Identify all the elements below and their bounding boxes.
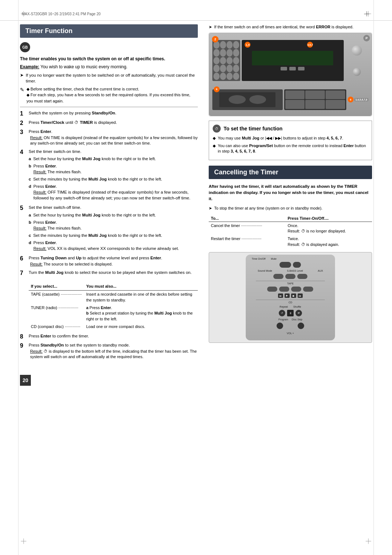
bottom-badges: 6 3,4,5,6,7,8 <box>348 97 368 102</box>
control-buttons <box>281 67 305 70</box>
remote-prog-row <box>277 323 304 329</box>
remote-btn-t4 <box>303 287 313 292</box>
main-content: Timer Function GB The timer enables you … <box>0 24 392 362</box>
step-2-num: 2 <box>20 119 26 126</box>
step-4: 4 Set the timer switch-on time. a Set th… <box>20 149 198 203</box>
remote-row-2 <box>273 274 307 279</box>
corner-mark-tl <box>20 10 27 17</box>
display-screen <box>252 51 333 65</box>
tape-source: TAPE (cassette) ··················· <box>29 291 84 304</box>
table-row-tuner: TUNER (radio) ·················· a Press… <box>29 304 198 323</box>
badge-2: 2 <box>212 36 219 42</box>
remote-stop: ⏹ <box>291 293 296 298</box>
right-knobs <box>345 40 369 81</box>
cancel-col1-header: To... <box>209 215 285 222</box>
diamond-icon-2: ◆ <box>213 143 216 154</box>
arrow-icon-error: ➤ <box>209 24 212 30</box>
remote-btn-disc <box>298 323 304 329</box>
diamond-icon-1: ◆ <box>213 135 216 141</box>
tuner-source: TUNER (radio) ·················· <box>29 304 84 323</box>
remote-row-1 <box>279 262 301 268</box>
step-4-num: 4 <box>20 149 26 203</box>
page-number: 20 <box>23 377 28 383</box>
bottom-section: 6 6 <box>211 86 370 114</box>
cancel-arrow-note: ➤ To stop the timer at any time (system … <box>209 206 372 211</box>
cancelling-header: Cancelling the Timer <box>209 166 372 179</box>
remote-prev: ⏮ <box>278 293 283 298</box>
timer-func-section: ⏱ To set the timer function ◆ You may us… <box>209 121 372 160</box>
margin-line-left <box>18 0 19 555</box>
col2-header: You must also... <box>84 283 198 291</box>
remote-btn-time <box>279 262 291 268</box>
remote-btn-t2 <box>279 287 289 292</box>
col1-header: If you select... <box>29 283 84 291</box>
remote-btn-sb <box>285 274 295 279</box>
table-row-tape: TAPE (cassette) ··················· Inse… <box>29 291 198 304</box>
badge-6: 6 <box>214 86 220 92</box>
timer-func-header: ⏱ To set the timer function <box>213 125 368 133</box>
cancel-action-1: Cancel the timer ··················· <box>209 222 285 235</box>
cd-action: Load one or more compact discs. <box>84 323 198 331</box>
step-6-result: Result: The source to be selected is dis… <box>29 262 198 267</box>
step-4-content: Set the timer switch-on time. a Set the … <box>29 149 198 203</box>
step-4b: b Press Enter. Result: The minutes flash… <box>29 163 198 175</box>
badge-3-4-5-6-7-8: 3,4,5,6,7,8 <box>354 98 368 101</box>
step-4d: d Press Enter. Result: OFF TIME is displ… <box>29 183 198 201</box>
gb-badge: GB <box>20 42 30 52</box>
remote-tape-row <box>267 287 313 292</box>
remote-btn-mute <box>293 262 301 268</box>
cancel-table: To... Press Timer-On/Off.... Cancel the … <box>209 215 372 249</box>
cancel-action-2: Restart the timer ·················· <box>209 235 285 248</box>
right-column: ➤ If the timer switch on and off times a… <box>209 24 372 362</box>
step-3-result: Result: ON TIME is displayed (instead of… <box>29 135 198 146</box>
step-1: 1 Switch the system on by pressing Stand… <box>20 110 198 117</box>
page-footer: 20 <box>0 369 392 391</box>
remote-btn-pause: ⏸ <box>287 310 294 316</box>
arrow-icon-1: ➤ <box>20 72 24 84</box>
stereo-device-mock: 2 <box>209 33 372 116</box>
badge-6b: 6 <box>348 97 354 102</box>
page-number-box: 20 <box>20 375 31 386</box>
cancel-press-2: Twice. Result: ⏱ is displayed again. <box>285 235 372 248</box>
step-6-content: Press Tuning Down and Up to adjust the v… <box>29 255 198 267</box>
note-bullet-1: ◆ Before setting the timer, check that t… <box>26 86 198 92</box>
remote-btn-prog <box>277 323 283 329</box>
step-4a: a Set the hour by tuning the Multi Jog k… <box>29 156 198 162</box>
step-4-substeps: a Set the hour by tuning the Multi Jog k… <box>29 156 198 201</box>
cancelling-intro: After having set the timer, it will star… <box>209 183 372 202</box>
remote-play: ▶ <box>285 293 290 298</box>
knob-2 <box>353 68 361 76</box>
step-8-content: Press Enter to confirm the timer. <box>29 333 198 340</box>
step-3-content: Press Enter. Result: ON TIME is displaye… <box>29 129 198 146</box>
left-column: Timer Function GB The timer enables you … <box>20 24 198 362</box>
button-grid <box>284 89 346 110</box>
remote-cd-row: ↺ ⏸ ⇌ <box>279 310 302 316</box>
step-5a: a Set the hour by tuning the Multi Jog k… <box>29 212 198 218</box>
note-bullet-2: ◆ For each step, you have a few seconds … <box>26 92 198 104</box>
step-7: 7 Turn the Multi Jog knob to select the … <box>20 270 198 331</box>
step-8: 8 Press Enter to confirm the timer. <box>20 333 198 340</box>
step-5: 5 Set the timer switch-off time. a Set t… <box>20 204 198 253</box>
remote-btn-t3 <box>291 287 301 292</box>
step-7-content: Turn the Multi Jog knob to select the so… <box>29 270 198 331</box>
page-container: MAX-S720GBR 16~26 2/19/03 2:41 PM Page 2… <box>0 0 392 555</box>
step-1-num: 1 <box>20 110 26 117</box>
corner-mark-br <box>365 538 372 545</box>
step-8-num: 8 <box>20 333 26 340</box>
remote-transport: ⏮ ▶ ⏹ ⏭ <box>278 293 303 298</box>
cancel-row-2: Restart the timer ·················· Twi… <box>209 235 372 248</box>
table-row-cd: CD (compact disc) ·············· Load on… <box>29 323 198 331</box>
remote-image: Time On/Off Mute Sound ModeS.BASS LevelA… <box>209 252 372 343</box>
step-3-num: 3 <box>20 129 26 146</box>
device-image: 2 <box>209 33 372 116</box>
step-3: 3 Press Enter. Result: ON TIME is displa… <box>20 129 198 146</box>
remote-btn-sm <box>273 274 283 279</box>
step-5c: c Set the minutes by tuning the Multi Jo… <box>29 232 198 238</box>
remote-top-labels: Time On/Off Mute <box>252 258 329 260</box>
timer-intro: The timer enables you to switch the syst… <box>20 56 198 62</box>
step-5-substeps: a Set the hour by tuning the Multi Jog k… <box>29 212 198 252</box>
step-5b: b Press Enter. Result: The minutes flash… <box>29 219 198 231</box>
remote-btn-shuffle: ⇌ <box>295 310 302 316</box>
remote-mock: Time On/Off Mute Sound ModeS.BASS LevelA… <box>246 255 335 340</box>
note-lines: ◆ Before setting the timer, check that t… <box>26 86 198 104</box>
